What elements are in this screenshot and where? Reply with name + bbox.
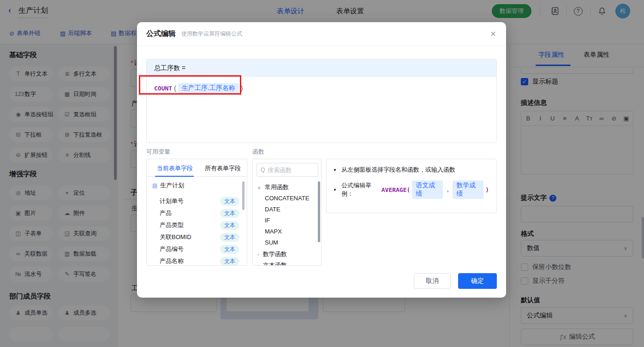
confirm-button[interactable]: 确定: [458, 273, 497, 289]
bullet-icon: [334, 169, 336, 171]
function-search-input[interactable]: [268, 167, 309, 174]
comma: ，: [445, 185, 451, 194]
variable-name: 计划单号: [160, 197, 184, 205]
hint-line-2: 公式编辑举例： AVERAGE( 语文成绩 ， 数学成绩 ): [334, 180, 489, 199]
formula-edit-modal: 公式编辑 使用数学运算符编辑公式 × 总工序数 = COUNT ( 生产工序.工…: [137, 22, 506, 298]
variable-row[interactable]: 产品类型 文本: [147, 220, 247, 230]
group-label: 文本函数: [263, 262, 287, 266]
hint-line-1: 从左侧面板选择字段名和函数，或输入函数: [334, 166, 489, 174]
example-field-chip: 语文成绩: [412, 180, 443, 199]
active-tab-underline: [155, 176, 194, 177]
form-file-icon: ▤: [152, 182, 157, 189]
chevron-right-icon: ›: [257, 252, 259, 257]
variable-type-badge: 文本: [220, 257, 239, 266]
variable-row[interactable]: 产品名称 文本: [147, 256, 247, 266]
modal-subtitle: 使用数学运算符编辑公式: [181, 30, 242, 38]
variable-name: 关联BOMID: [160, 233, 191, 241]
variable-name: 产品类型: [160, 221, 184, 229]
variable-tree-root[interactable]: ▤ 生产计划: [147, 180, 247, 191]
function-item[interactable]: MAPX: [265, 228, 282, 235]
variable-row[interactable]: 产品编号 文本: [147, 244, 247, 254]
variable-name: 产品编号: [160, 245, 184, 253]
function-item[interactable]: SUM: [265, 239, 278, 246]
tab-current-form-fields[interactable]: 当前表单字段: [157, 164, 193, 173]
bullet-icon: [334, 189, 336, 191]
variable-name: 产品: [160, 209, 172, 217]
tree-root-label: 生产计划: [160, 181, 184, 190]
variable-type-badge: 文本: [220, 209, 239, 218]
close-icon[interactable]: ×: [490, 29, 496, 38]
variable-row[interactable]: 关联BOMID 文本: [147, 232, 247, 242]
group-label: 数学函数: [263, 251, 287, 257]
red-annotation-box: [139, 75, 241, 95]
functions-panel: Q ∨ 常用函数 CONCATENATE DATE IF MAPX SUM: [252, 159, 322, 266]
function-group-text[interactable]: › 文本函数: [257, 261, 287, 266]
modal-title: 公式编辑: [146, 29, 176, 39]
example-function-name: AVERAGE(: [382, 186, 411, 193]
hint-panel: 从左侧面板选择字段名和函数，或输入函数 公式编辑举例： AVERAGE( 语文成…: [326, 159, 497, 213]
variable-type-badge: 文本: [220, 233, 239, 242]
variable-name: 产品名称: [160, 257, 184, 265]
variables-tabs: 当前表单字段 所有表单字段: [147, 159, 247, 177]
variable-type-badge: 文本: [220, 197, 239, 206]
search-icon: Q: [261, 167, 265, 173]
variable-row[interactable]: 产品 文本: [147, 208, 247, 218]
function-item[interactable]: CONCATENATE: [265, 195, 309, 202]
chevron-down-icon: ∨: [257, 185, 261, 190]
variables-panel: 当前表单字段 所有表单字段 ▤ 生产计划 计划单号 文本 产品 文: [146, 159, 247, 266]
cancel-button[interactable]: 取消: [414, 273, 451, 289]
variables-scrollbar[interactable]: [242, 181, 244, 210]
function-item[interactable]: DATE: [265, 206, 280, 213]
variable-row[interactable]: 计划单号 文本: [147, 196, 247, 206]
close-paren: ): [485, 186, 489, 193]
example-field-chip: 数学成绩: [453, 180, 483, 199]
function-group-math[interactable]: › 数学函数: [257, 250, 287, 258]
function-search-box[interactable]: Q: [256, 163, 318, 177]
variable-type-badge: 文本: [220, 221, 239, 230]
modal-header: 公式编辑 使用数学运算符编辑公式 ×: [137, 22, 506, 46]
functions-label: 函数: [252, 148, 264, 156]
formula-editor[interactable]: 总工序数 = COUNT ( 生产工序.工序名称 ): [146, 59, 497, 143]
function-group-common[interactable]: ∨ 常用函数: [257, 183, 289, 191]
chevron-right-icon: ›: [257, 263, 259, 266]
variable-type-badge: 文本: [220, 245, 239, 254]
group-label: 常用函数: [265, 184, 289, 191]
formula-result-label: 总工序数 =: [147, 60, 496, 77]
tab-all-form-fields[interactable]: 所有表单字段: [205, 164, 241, 173]
app-root: ‹ 生产计划 表单设计 表单设置 数据管理 ? 检 ⊘ 表单外链 ▨: [0, 0, 644, 347]
function-item[interactable]: IF: [265, 217, 270, 224]
functions-scrollbar[interactable]: [318, 181, 320, 242]
variables-label: 可用变量: [146, 148, 170, 156]
